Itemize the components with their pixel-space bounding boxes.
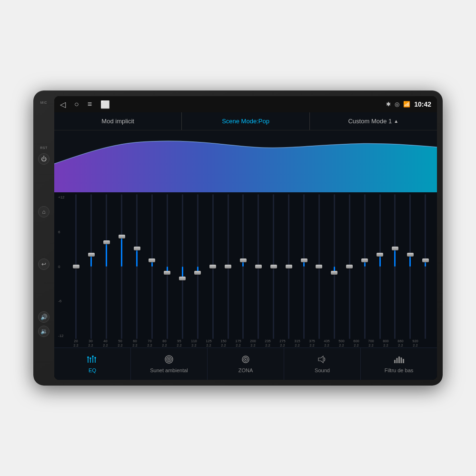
- menu-nav-btn[interactable]: ≡: [88, 100, 92, 109]
- slider-thumb-600[interactable]: [361, 258, 368, 262]
- slider-track-80[interactable]: [167, 194, 168, 339]
- slider-track-50[interactable]: [121, 194, 122, 339]
- slider-col-60[interactable]: [136, 194, 138, 339]
- slider-col-920[interactable]: [425, 194, 426, 339]
- svg-rect-23: [403, 359, 404, 363]
- slider-track-375[interactable]: [318, 194, 320, 339]
- back-button[interactable]: ↩: [38, 258, 50, 270]
- slider-col-95[interactable]: [182, 194, 183, 339]
- freq-value-375: 375: [309, 339, 315, 343]
- slider-thumb-700[interactable]: [377, 253, 383, 257]
- freq-value-175: 175: [235, 339, 241, 343]
- recent-nav-btn[interactable]: ⬜: [100, 100, 110, 109]
- slider-thumb-235[interactable]: [270, 265, 277, 268]
- vol-down-button[interactable]: 🔉: [38, 326, 50, 337]
- slider-thumb-860[interactable]: [407, 253, 414, 257]
- slider-col-50[interactable]: [121, 194, 122, 339]
- slider-col-375[interactable]: [318, 194, 320, 339]
- slider-thumb-60[interactable]: [134, 247, 140, 250]
- slider-thumb-200[interactable]: [255, 265, 262, 268]
- tab-filtru-label: Filtru de bas: [385, 367, 414, 373]
- slider-track-275[interactable]: [288, 194, 289, 339]
- slider-track-60[interactable]: [136, 194, 138, 339]
- tab-filtru[interactable]: Filtru de bas: [361, 348, 437, 380]
- slider-thumb-375[interactable]: [316, 265, 322, 268]
- slider-col-275[interactable]: [288, 194, 289, 339]
- slider-col-40[interactable]: [106, 194, 107, 339]
- scale-plus12: +12: [58, 195, 69, 199]
- slider-thumb-110[interactable]: [194, 271, 201, 275]
- slider-col-30[interactable]: [90, 194, 92, 339]
- slider-thumb-315[interactable]: [301, 258, 307, 262]
- vol-up-button[interactable]: 🔊: [38, 311, 50, 323]
- tab-sunet[interactable]: Sunet ambiental: [131, 348, 208, 380]
- slider-col-150[interactable]: [228, 194, 229, 339]
- slider-track-150[interactable]: [228, 194, 229, 339]
- freq-label-125: 1252.2: [204, 339, 214, 347]
- slider-track-30[interactable]: [90, 194, 92, 339]
- freq-label-700: 7002.2: [367, 339, 376, 347]
- power-button[interactable]: ⏻: [38, 153, 50, 165]
- slider-col-700[interactable]: [379, 194, 381, 339]
- slider-track-95[interactable]: [182, 194, 183, 339]
- slider-thumb-800[interactable]: [392, 247, 398, 250]
- tab-eq[interactable]: EQ: [54, 348, 131, 380]
- slider-track-110[interactable]: [197, 194, 198, 339]
- clock: 10:42: [414, 100, 431, 108]
- mode-custom[interactable]: Custom Mode 1 ▲: [310, 112, 437, 130]
- slider-track-800[interactable]: [394, 194, 396, 339]
- home-nav-btn[interactable]: ○: [74, 100, 79, 109]
- freq-value-860: 860: [397, 339, 404, 343]
- slider-track-315[interactable]: [303, 194, 305, 339]
- slider-col-235[interactable]: [273, 194, 274, 339]
- tab-zona[interactable]: ZONA: [208, 348, 284, 380]
- mode-scene[interactable]: Scene Mode:Pop: [182, 112, 309, 130]
- slider-thumb-20[interactable]: [73, 265, 79, 268]
- slider-track-920[interactable]: [425, 194, 426, 339]
- slider-thumb-95[interactable]: [179, 277, 186, 280]
- slider-thumb-435[interactable]: [331, 271, 337, 275]
- slider-track-500[interactable]: [349, 194, 350, 339]
- slider-col-110[interactable]: [197, 194, 198, 339]
- slider-thumb-50[interactable]: [119, 235, 125, 238]
- slider-track-435[interactable]: [334, 194, 335, 339]
- slider-thumb-40[interactable]: [103, 240, 110, 244]
- slider-track-860[interactable]: [409, 194, 411, 339]
- slider-thumb-70[interactable]: [149, 258, 155, 262]
- slider-track-70[interactable]: [151, 194, 153, 339]
- freq-label-600: 6002.2: [352, 339, 361, 347]
- slider-thumb-500[interactable]: [346, 265, 353, 268]
- slider-thumb-920[interactable]: [422, 258, 429, 262]
- back-nav-btn[interactable]: ◁: [60, 100, 66, 109]
- slider-col-315[interactable]: [303, 194, 305, 339]
- tab-sound[interactable]: Sound: [284, 348, 361, 380]
- slider-col-70[interactable]: [151, 194, 153, 339]
- slider-track-600[interactable]: [364, 194, 366, 339]
- slider-track-20[interactable]: [75, 194, 77, 339]
- slider-track-200[interactable]: [258, 194, 259, 339]
- slider-track-700[interactable]: [379, 194, 381, 339]
- slider-col-800[interactable]: [394, 194, 396, 339]
- slider-thumb-80[interactable]: [164, 271, 170, 275]
- slider-col-125[interactable]: [212, 194, 214, 339]
- slider-col-80[interactable]: [167, 194, 168, 339]
- slider-col-20[interactable]: [75, 194, 77, 339]
- slider-col-860[interactable]: [409, 194, 411, 339]
- slider-track-125[interactable]: [212, 194, 214, 339]
- slider-track-175[interactable]: [242, 194, 244, 339]
- slider-thumb-275[interactable]: [286, 265, 292, 268]
- slider-thumb-30[interactable]: [88, 253, 95, 257]
- q-value-70: 2.2: [147, 343, 152, 347]
- mode-implicit[interactable]: Mod implicit: [54, 112, 182, 130]
- slider-col-200[interactable]: [258, 194, 259, 339]
- slider-track-235[interactable]: [273, 194, 274, 339]
- slider-col-500[interactable]: [349, 194, 350, 339]
- slider-thumb-150[interactable]: [225, 265, 231, 268]
- slider-col-175[interactable]: [242, 194, 244, 339]
- slider-col-600[interactable]: [364, 194, 366, 339]
- slider-col-435[interactable]: [334, 194, 335, 339]
- home-button[interactable]: ⌂: [38, 206, 50, 218]
- slider-thumb-125[interactable]: [209, 265, 216, 268]
- slider-track-40[interactable]: [106, 194, 107, 339]
- slider-thumb-175[interactable]: [240, 258, 247, 262]
